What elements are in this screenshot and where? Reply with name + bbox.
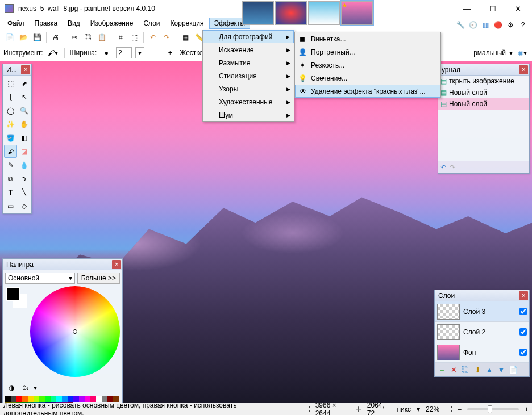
- layer-props[interactable]: 📄: [508, 365, 518, 375]
- panel-close[interactable]: ✕: [519, 65, 528, 74]
- doc-thumb-active[interactable]: ★: [341, 1, 373, 25]
- layer-down[interactable]: ▼: [496, 365, 506, 375]
- help-button[interactable]: ?: [517, 19, 529, 31]
- photo-submenu-item[interactable]: 👁Удаление эффекта "красных глаз"...: [295, 85, 440, 98]
- history-toggle[interactable]: 🕘: [467, 19, 479, 31]
- chevron-down-icon[interactable]: ▾: [417, 405, 420, 413]
- tool-move-selection[interactable]: ⬈: [18, 77, 31, 90]
- doc-thumb[interactable]: [275, 1, 307, 25]
- grid-button[interactable]: ▦: [179, 31, 192, 44]
- layer-dup[interactable]: ⿻: [460, 365, 471, 375]
- tool-ellipse-select[interactable]: ◯: [4, 104, 17, 117]
- history-item[interactable]: ▤Новый слой: [438, 87, 529, 98]
- palette-mode-combo[interactable]: Основной▾: [5, 273, 75, 284]
- tool-pencil[interactable]: ✎: [4, 158, 17, 171]
- tool-wand[interactable]: ✨: [4, 118, 17, 131]
- crop-button[interactable]: ⌗: [114, 31, 127, 44]
- fit-icon[interactable]: ⛶: [445, 405, 452, 413]
- effects-item[interactable]: Размытие▶: [203, 56, 294, 69]
- doc-thumb[interactable]: [308, 1, 340, 25]
- zoom-slider[interactable]: [467, 408, 519, 410]
- tools-toggle[interactable]: 🔧: [455, 19, 466, 31]
- tool-pan[interactable]: ✋: [18, 118, 31, 131]
- menu-layers[interactable]: Слои: [138, 18, 165, 29]
- menu-edit[interactable]: Правка: [30, 18, 63, 29]
- print-button[interactable]: 🖨: [49, 31, 62, 44]
- effects-item[interactable]: Шум▶: [203, 108, 294, 121]
- chevron-down-icon[interactable]: ▾: [509, 49, 513, 57]
- tools-panel-header[interactable]: И... ✕: [3, 64, 31, 76]
- brush-shape[interactable]: ●: [100, 47, 113, 59]
- photo-submenu-item[interactable]: 💡Свечение...: [295, 72, 440, 85]
- width-input[interactable]: [116, 47, 132, 58]
- palette-header[interactable]: Палитра ✕: [3, 259, 122, 270]
- settings-button[interactable]: ⚙: [505, 19, 516, 31]
- layer-visible-checkbox[interactable]: [519, 349, 527, 356]
- undo-button[interactable]: ↶: [147, 31, 159, 44]
- photo-submenu-item[interactable]: ◼Виньетка...: [295, 32, 440, 45]
- effects-item[interactable]: Искажение▶: [203, 43, 294, 56]
- panel-close[interactable]: ✕: [112, 260, 121, 269]
- tool-lasso[interactable]: ɭ: [4, 90, 17, 103]
- layers-toggle[interactable]: ▥: [480, 19, 491, 31]
- layer-item[interactable]: Слой 3: [435, 301, 529, 322]
- new-button[interactable]: 📄: [3, 31, 16, 44]
- layers-header[interactable]: Слои ✕: [435, 290, 529, 301]
- tool-fill[interactable]: 🪣: [4, 131, 17, 144]
- tool-text[interactable]: T: [4, 186, 17, 199]
- tool-brush[interactable]: 🖌: [4, 145, 17, 158]
- tool-shapes[interactable]: ◇: [18, 199, 31, 212]
- effects-item[interactable]: Стилизация▶: [203, 69, 294, 82]
- redo-button[interactable]: ↷: [160, 31, 173, 44]
- tool-zoom[interactable]: 🔍: [18, 104, 31, 117]
- redo-icon[interactable]: ↷: [450, 164, 455, 171]
- layer-add[interactable]: ＋: [437, 365, 447, 375]
- undo-icon[interactable]: ↶: [440, 164, 446, 171]
- layer-item[interactable]: Слой 2: [435, 322, 529, 342]
- zoom-out[interactable]: –: [458, 405, 462, 413]
- current-tool[interactable]: 🖌 ▾: [47, 47, 59, 59]
- overwrite-button[interactable]: ◉ ▾: [516, 47, 529, 59]
- history-item[interactable]: ▤Новый слой: [438, 98, 529, 110]
- menu-adjustments[interactable]: Коррекция: [165, 18, 209, 29]
- tool-rect[interactable]: ▭: [4, 199, 17, 212]
- tool-line[interactable]: ╲: [18, 186, 31, 199]
- effects-item[interactable]: Художественные▶: [203, 95, 294, 108]
- palette-manage[interactable]: 🗂: [19, 382, 32, 394]
- layer-delete[interactable]: ✕: [448, 365, 459, 375]
- layer-item[interactable]: Фон: [435, 342, 529, 363]
- photo-submenu-item[interactable]: 👤Портретный...: [295, 45, 440, 58]
- chevron-down-icon[interactable]: ▾: [34, 384, 37, 392]
- tool-gradient[interactable]: ◧: [18, 131, 31, 144]
- menu-view[interactable]: Вид: [63, 18, 85, 29]
- photo-submenu-item[interactable]: ✦Резкость...: [295, 58, 440, 72]
- panel-close[interactable]: ✕: [519, 291, 528, 300]
- layer-up[interactable]: ▲: [484, 365, 494, 375]
- layer-visible-checkbox[interactable]: [519, 308, 527, 315]
- open-button[interactable]: 📂: [17, 31, 30, 44]
- cut-button[interactable]: ✂: [68, 31, 81, 44]
- panel-close[interactable]: ✕: [21, 65, 30, 74]
- tool-picker[interactable]: 💧: [18, 158, 31, 171]
- slider-thumb[interactable]: [488, 405, 492, 413]
- effects-item[interactable]: Для фотографий▶: [203, 30, 294, 43]
- minimize-button[interactable]: —: [454, 1, 480, 16]
- zoom-in[interactable]: +: [525, 405, 529, 413]
- color-swatches[interactable]: [6, 287, 27, 308]
- effects-item[interactable]: Узоры▶: [203, 82, 294, 95]
- tool-recolor[interactable]: ↄ: [18, 172, 31, 185]
- width-dropdown[interactable]: ▾: [135, 47, 144, 58]
- history-item[interactable]: ▤ткрыть изображение: [438, 76, 529, 87]
- foreground-swatch[interactable]: [6, 287, 20, 301]
- close-button[interactable]: ✕: [505, 1, 531, 16]
- paste-button[interactable]: 📋: [95, 31, 108, 44]
- copy-button[interactable]: ⿻: [82, 31, 94, 44]
- palette-more-button[interactable]: Больше >>: [77, 273, 120, 284]
- tool-rect-select[interactable]: ⬚: [4, 77, 17, 90]
- tool-move[interactable]: ↖: [18, 90, 31, 103]
- menu-file[interactable]: Файл: [2, 18, 30, 29]
- width-dec[interactable]: –: [148, 47, 160, 59]
- layer-merge[interactable]: ⬇: [472, 365, 483, 375]
- colors-toggle[interactable]: 🔴: [492, 19, 504, 31]
- tool-eraser[interactable]: ◪: [18, 145, 31, 158]
